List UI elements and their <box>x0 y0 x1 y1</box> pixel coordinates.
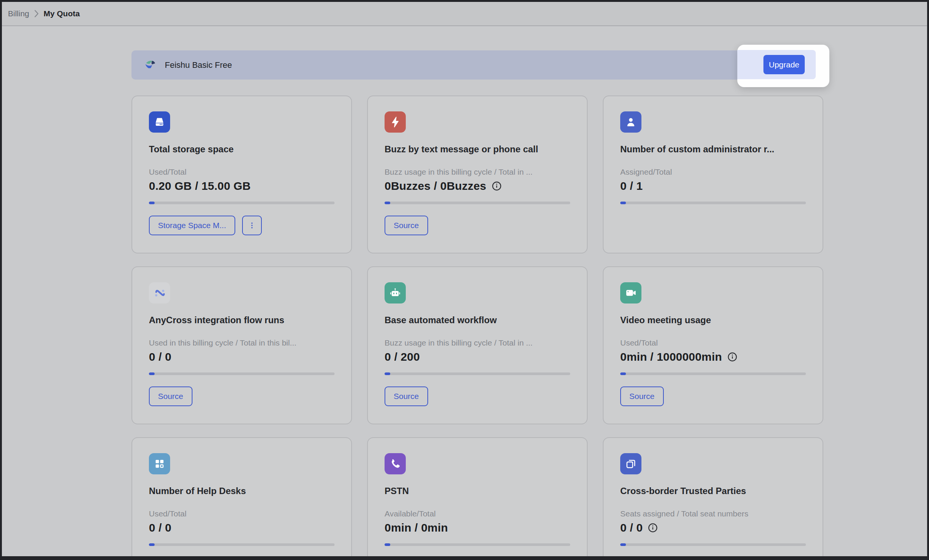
quota-card-buzz: Buzz by text message or phone call Buzz … <box>367 95 588 253</box>
linked-squares-icon <box>620 453 641 474</box>
quota-card-admin-roles: Number of custom administrator r... Assi… <box>603 95 823 253</box>
kebab-menu-icon <box>248 222 256 229</box>
usage-label: Assigned/Total <box>620 167 806 177</box>
lightning-icon <box>385 111 406 133</box>
quota-card-pstn: PSTN Available/Total 0min / 0min <box>367 437 588 560</box>
info-icon[interactable] <box>648 523 658 533</box>
progress-bar <box>149 543 335 546</box>
plan-name: Feishu Basic Free <box>165 60 232 70</box>
feishu-logo-icon <box>143 58 157 72</box>
progress-fill <box>149 202 155 204</box>
card-title: Number of Help Desks <box>149 486 335 496</box>
card-title: Video meeting usage <box>620 315 806 325</box>
quota-card-grid: Total storage space Used/Total 0.20 GB /… <box>131 95 825 560</box>
usage-value: 0 / 200 <box>385 350 420 363</box>
quota-card-video-meeting: Video meeting usage Used/Total 0min / 10… <box>603 266 823 424</box>
progress-bar <box>149 202 335 204</box>
anycross-logo-icon <box>149 282 170 303</box>
admin-user-icon <box>620 111 641 133</box>
progress-bar <box>620 372 806 375</box>
breadcrumb-billing[interactable]: Billing <box>8 9 29 18</box>
admin-billing-page: Billing My Quota Feishu Basic Free Upgra… <box>0 0 929 560</box>
progress-fill <box>149 543 155 546</box>
card-title: Cross-border Trusted Parties <box>620 486 806 496</box>
progress-bar <box>149 372 335 375</box>
progress-fill <box>385 543 390 546</box>
progress-fill <box>620 372 626 375</box>
usage-label: Used/Total <box>149 167 335 177</box>
progress-fill <box>385 372 390 375</box>
quota-card-cross-border: Cross-border Trusted Parties Seats assig… <box>603 437 823 560</box>
info-icon[interactable] <box>492 181 502 191</box>
usage-value: 0min / 0min <box>385 521 448 534</box>
video-camera-icon <box>620 282 641 303</box>
quota-card-anycross: AnyCross integration flow runs Used in t… <box>131 266 352 424</box>
help-desk-grid-icon <box>149 453 170 474</box>
upgrade-spotlight: Upgrade <box>737 45 829 87</box>
progress-fill <box>385 202 390 204</box>
progress-bar <box>385 202 570 204</box>
more-options-button[interactable] <box>242 216 262 235</box>
usage-value: 0Buzzes / 0Buzzes <box>385 180 486 192</box>
phone-icon <box>385 453 406 474</box>
usage-label: Buzz usage in this billing cycle / Total… <box>385 338 570 347</box>
source-button[interactable]: Source <box>385 216 428 235</box>
progress-bar <box>620 202 806 204</box>
progress-fill <box>620 202 626 204</box>
card-title: Base automated workflow <box>385 315 570 325</box>
progress-bar <box>620 543 806 546</box>
card-title: Number of custom administrator r... <box>620 144 806 155</box>
source-button[interactable]: Source <box>620 386 664 406</box>
card-title: AnyCross integration flow runs <box>149 315 335 325</box>
progress-fill <box>620 543 626 546</box>
progress-bar <box>385 372 570 375</box>
usage-label: Buzz usage in this billing cycle / Total… <box>385 167 570 177</box>
usage-value: 0 / 0 <box>620 521 643 534</box>
usage-label: Available/Total <box>385 509 570 518</box>
breadcrumb-my-quota: My Quota <box>44 9 80 18</box>
robot-icon <box>385 282 406 303</box>
quota-card-storage: Total storage space Used/Total 0.20 GB /… <box>131 95 352 253</box>
usage-value: 0.20 GB / 15.00 GB <box>149 180 251 192</box>
upgrade-button[interactable]: Upgrade <box>763 55 805 74</box>
quota-card-help-desks: Number of Help Desks Used/Total 0 / 0 <box>131 437 352 560</box>
usage-value: 0min / 1000000min <box>620 350 722 363</box>
source-button[interactable]: Source <box>385 386 428 406</box>
card-title: Total storage space <box>149 144 335 155</box>
info-icon[interactable] <box>727 352 737 362</box>
usage-label: Used/Total <box>149 509 335 518</box>
usage-value: 0 / 0 <box>149 350 171 363</box>
chevron-right-icon <box>34 9 39 18</box>
storage-drive-icon <box>149 111 170 133</box>
topbar: Billing My Quota <box>2 2 927 26</box>
card-title: Buzz by text message or phone call <box>385 144 570 155</box>
source-button[interactable]: Source <box>149 386 192 406</box>
usage-label: Seats assigned / Total seat numbers <box>620 509 806 518</box>
progress-fill <box>149 372 155 375</box>
usage-value: 0 / 1 <box>620 180 643 192</box>
plan-banner: Feishu Basic Free <box>131 50 815 80</box>
usage-label: Used/Total <box>620 338 806 347</box>
storage-management-button[interactable]: Storage Space M... <box>149 216 235 235</box>
progress-bar <box>385 543 570 546</box>
usage-label: Used in this billing cycle / Total in th… <box>149 338 335 347</box>
usage-value: 0 / 0 <box>149 521 171 534</box>
quota-card-base-workflow: Base automated workflow Buzz usage in th… <box>367 266 588 424</box>
card-title: PSTN <box>385 486 570 496</box>
